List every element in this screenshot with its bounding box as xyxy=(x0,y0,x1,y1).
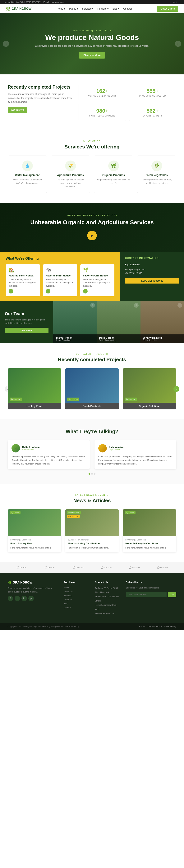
news-article-title-2: Home Delivery in Our Store xyxy=(125,542,174,545)
footer-social-in[interactable]: in xyxy=(22,596,27,601)
organic-icon: 🌿 xyxy=(111,163,116,168)
news-meta-0: By Author | 3 Comments xyxy=(10,539,59,541)
service-icon-2: 🌿 xyxy=(108,160,119,171)
footer-terms-link[interactable]: Terms of Service xyxy=(148,625,162,627)
hero-prev-button[interactable]: ‹ xyxy=(3,41,9,47)
footer-privacy-link[interactable]: Privacy Policy xyxy=(164,625,176,627)
footer-link-contact[interactable]: Contact xyxy=(64,607,71,609)
offering-card-btn-0[interactable]: + xyxy=(9,289,13,293)
service-card-3: 🥬 Fresh Vegetables Help us grow your lov… xyxy=(137,156,176,193)
team-member-2: Johnny Ramirez Senior Agriculture ⤴ xyxy=(140,301,184,343)
footer-social-pi[interactable]: p xyxy=(28,596,34,601)
service-icon-1: 🌾 xyxy=(65,160,76,171)
social-tw[interactable]: t xyxy=(177,1,177,3)
footer-grid: 🌿 GRAINGROW There are many variations of… xyxy=(8,581,176,616)
dot-3[interactable] xyxy=(94,473,96,475)
team-member-1: Doris Jordan Senior Landscaping ⤴ xyxy=(97,301,140,343)
stat-num-3: 562+ xyxy=(133,108,173,114)
service-title-0: Water Management xyxy=(11,174,44,177)
news-grid: Agriculture By Author | 3 Comments Fresh… xyxy=(8,509,176,552)
projects-title: Recently completed Projects xyxy=(8,356,176,363)
footer-link-portfolio[interactable]: Portfolio xyxy=(64,598,72,601)
projects-grid: ‹ Agriculture Healthy Food Agriculture F… xyxy=(8,368,176,409)
contact-phone: +00 1779 226 556 xyxy=(125,272,179,275)
video-label: We're Selling Healthy Products xyxy=(8,214,176,217)
nav-contact[interactable]: Contact xyxy=(123,7,132,10)
news-title: News & Articles xyxy=(8,498,176,503)
testimonial-card-1: L Lala Yeastra Captain Pilot Inteect is … xyxy=(95,440,177,469)
nav-blog[interactable]: Blog ▾ xyxy=(112,7,120,10)
news-card-1: Manufacturing Call of Home By Author | 3… xyxy=(65,509,119,552)
hero-subtitle: Wellcome to Agriculture Farm xyxy=(35,29,149,32)
news-meta-2: By Author | 3 Comments xyxy=(125,539,174,541)
hero-next-button[interactable]: › xyxy=(175,41,181,47)
testimonials-section: What They're Talking? K Kalie Abraham Se… xyxy=(0,419,184,484)
dot-1[interactable] xyxy=(88,473,90,475)
team-heading: Our Team xyxy=(5,311,49,316)
footer-social-fb[interactable]: f xyxy=(8,596,13,601)
social-fb[interactable]: f xyxy=(170,1,171,3)
projects-section: Our Latest Projects Recently completed P… xyxy=(0,343,184,419)
footer-link-blog[interactable]: Blog xyxy=(64,602,68,605)
top-bar-email: Email: graingrow.com xyxy=(43,1,63,3)
hero-desc: We provide exceptional landscaping servi… xyxy=(35,44,149,48)
get-more-button[interactable]: LET'S GET TO WORK xyxy=(125,278,179,283)
dot-2[interactable] xyxy=(91,473,93,475)
share-button-1[interactable]: ⤴ xyxy=(134,303,138,308)
news-img-0: Agriculture xyxy=(8,509,61,536)
offering-card-desc-2: There are many types of various rooms of… xyxy=(83,278,111,287)
agriculture-icon: 🌾 xyxy=(68,163,73,168)
projects-next-button[interactable]: › xyxy=(174,386,179,392)
footer-envato-link[interactable]: Envato xyxy=(139,625,145,627)
news-meta-1: By Author | 3 Comments xyxy=(68,539,116,541)
footer-link-about[interactable]: About Us xyxy=(64,590,73,593)
discover-button[interactable]: Discover More xyxy=(79,52,105,59)
footer-bottom: Copyright © 2022 Graingrow | Agriculture… xyxy=(0,623,184,630)
stat-item-0: 162+ Agriculture Products xyxy=(79,84,126,101)
stats-desc: There are many variations of passages of… xyxy=(8,92,73,104)
top-bar: Have a Question? Call: (786) 385-8087 Em… xyxy=(0,0,184,4)
social-li[interactable]: in xyxy=(173,1,175,3)
service-desc-1: The term 'agricultural product' means an… xyxy=(54,178,87,188)
testimonials-grid: K Kalie Abraham Senior Farmer Inteect is… xyxy=(8,440,176,469)
nav-services[interactable]: Services ▾ xyxy=(82,7,94,10)
news-badge-alt-1: Call of Home xyxy=(67,515,80,518)
nav-pages[interactable]: Pages ▾ xyxy=(69,7,78,10)
footer-social-tw[interactable]: t xyxy=(15,596,20,601)
footer-bottom-links: Envato Terms of Service Privacy Policy xyxy=(137,625,176,627)
offering-card-btn-2[interactable]: + xyxy=(83,289,87,293)
news-body-1: By Author | 3 Comments Manufacturing Dis… xyxy=(65,536,119,552)
footer-link-home[interactable]: Home xyxy=(64,586,70,589)
team-more-button[interactable]: About More xyxy=(5,328,49,333)
footer-link-services[interactable]: Services xyxy=(64,594,72,597)
about-more-button[interactable]: About More xyxy=(8,107,27,113)
team-members: Imamul Papan Senior Floriculture ⤴ Doris… xyxy=(53,301,184,343)
testimonial-avatar-0: K xyxy=(11,444,20,453)
project-card-1: Agriculture Fresh Products xyxy=(65,368,119,409)
footer-subscribe-col: Subscribe Us Subscribe for your daily ne… xyxy=(126,581,176,616)
footer-contact-3: Web: Www.Graingrow.Com xyxy=(95,607,120,616)
services-title: Services We're offering xyxy=(8,144,176,150)
get-quote-button[interactable]: Get A Quote xyxy=(157,6,178,12)
stat-num-1: 555+ xyxy=(133,88,173,94)
subscribe-input[interactable] xyxy=(126,592,167,597)
water-management-icon: 💧 xyxy=(25,163,30,168)
nav-home[interactable]: Home ▾ xyxy=(56,7,65,10)
service-card-2: 🌿 Organic Products Organic farming does … xyxy=(94,156,133,193)
service-icon-0: 💧 xyxy=(22,160,33,171)
news-badge-2: Agriculture xyxy=(125,511,135,514)
contact-name: Eg: Jain Doe xyxy=(125,262,179,267)
offering-right: CONTACT INFORMATION Eg: Jain Doe Hello@E… xyxy=(120,252,184,301)
brand-5: ⬡envato xyxy=(157,566,168,569)
social-pi[interactable]: p xyxy=(179,1,180,3)
logo: 🌿 GRAINGROW xyxy=(6,6,31,11)
offering-card-title-1: Favorite Farm House. xyxy=(46,274,74,277)
nav-links: Home ▾ Pages ▾ Services ▾ Portfolio ▾ Bl… xyxy=(56,7,132,10)
nav-portfolio[interactable]: Portfolio ▾ xyxy=(97,7,108,10)
offering-card-btn-1[interactable]: + xyxy=(46,289,50,293)
footer-contact-col: Contact Us Address: 80 Broad St 5th Floo… xyxy=(95,581,120,616)
play-button[interactable]: ▶ xyxy=(87,231,97,240)
stat-label-1: Products Completed xyxy=(133,95,173,97)
service-title-2: Organic Products xyxy=(97,174,130,177)
subscribe-button[interactable]: Go xyxy=(168,592,176,597)
